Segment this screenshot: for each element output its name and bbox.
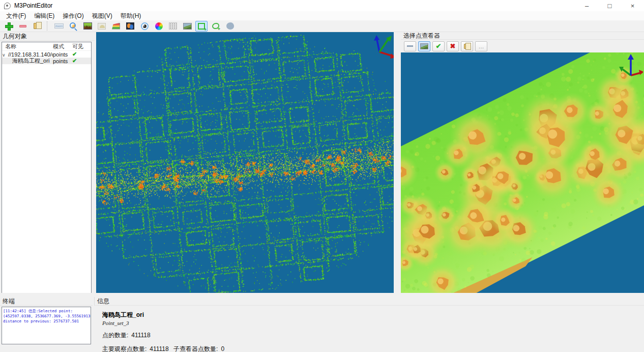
color-blobs-icon — [126, 22, 134, 30]
terrain-colormap-button[interactable] — [81, 21, 94, 32]
column-visible[interactable]: 可见 — [72, 43, 90, 50]
selection-3d-viewport[interactable] — [401, 52, 644, 293]
menu-bar: 文件(F) 编辑(E) 操作(O) 视图(V) 帮助(H) — [0, 11, 644, 20]
x-icon: ✖ — [450, 42, 456, 50]
column-name[interactable]: 名称 — [2, 43, 53, 50]
terrain-mountain-icon — [83, 22, 92, 30]
info-object-type: Point_set_3 — [102, 320, 644, 326]
apply-button[interactable]: ✔ — [432, 41, 445, 51]
selection-viewer-toolbar: ✔ ✖ … — [401, 40, 644, 52]
geometry-panel-header: 几何对象 — [0, 32, 95, 41]
maximize-button[interactable]: □ — [598, 0, 621, 11]
terrain-photo-icon — [183, 23, 192, 30]
subviewer-count-label: 子查看器点数量: — [173, 345, 218, 352]
title-bar: M3PointEditor – □ × — [0, 0, 644, 11]
dash-icon — [407, 45, 413, 47]
dataset-mode: points — [53, 51, 72, 58]
menu-operate[interactable]: 操作(O) — [58, 11, 87, 21]
terminal-panel-header: 终端 — [0, 297, 93, 306]
color-wheel-button[interactable] — [153, 21, 165, 32]
copy-selection-button[interactable] — [461, 41, 473, 51]
main-3d-viewport[interactable] — [96, 32, 394, 293]
menu-edit[interactable]: 编辑(E) — [30, 11, 58, 21]
viewport-splitter[interactable] — [394, 32, 401, 293]
lasso-select-button[interactable] — [210, 21, 222, 32]
check-icon: ✔ — [436, 42, 442, 50]
menu-file[interactable]: 文件(F) — [2, 11, 30, 21]
subviewer-count-value: 0 — [221, 345, 224, 352]
blob-fill-icon — [226, 22, 234, 30]
horizontal-splitter[interactable] — [0, 293, 644, 297]
ellipsis-icon: … — [479, 43, 484, 49]
remove-button[interactable] — [17, 21, 29, 32]
noise-grid-icon — [169, 22, 177, 30]
collapse-button[interactable] — [404, 41, 416, 51]
pie-view-button[interactable] — [138, 21, 151, 32]
terrain-photo-icon — [420, 43, 428, 49]
dome-icon — [98, 23, 106, 30]
zoom-text-icon: zoom — [54, 23, 64, 29]
more-options-button[interactable]: … — [475, 41, 487, 51]
point-count-value: 411118 — [131, 332, 150, 339]
blob-select-button[interactable] — [224, 21, 236, 32]
menu-view[interactable]: 视图(V) — [88, 11, 116, 21]
elevation-layers-button[interactable] — [110, 21, 122, 32]
terminal-line: distance to previous: 2576737.501 — [3, 319, 90, 324]
point-count-label: 点的数量: — [102, 332, 128, 339]
visible-check-icon[interactable]: ✔ — [72, 51, 90, 58]
close-button[interactable]: × — [621, 0, 644, 11]
minimize-button[interactable]: – — [575, 0, 598, 11]
lasso-select-icon — [212, 23, 219, 29]
observer-count-value: 411118 — [150, 345, 168, 352]
geometry-tree[interactable]: 名称 模式 可见 ∨//192.168.31.140/data003... po… — [2, 42, 92, 296]
toolbar-separator — [47, 21, 49, 31]
dome-shading-button[interactable] — [96, 21, 108, 32]
visible-check-icon[interactable]: ✔ — [72, 58, 90, 64]
info-panel-header: 信息 — [94, 297, 644, 306]
window-title: M3PointEditor — [14, 2, 52, 9]
terminal-line: (452597.0338, 2536677.369, -3.555619133) — [3, 314, 90, 319]
delete-button[interactable]: ✖ — [447, 41, 459, 51]
terminal-log[interactable]: [11:42:45] 信息:Selected point: (452597.03… — [2, 307, 91, 344]
selection-viewport-canvas[interactable] — [401, 52, 644, 293]
terrain-photo-button[interactable] — [181, 21, 193, 32]
add-button[interactable] — [3, 21, 15, 32]
tree-row-pointset[interactable]: 海鸥岛工程_ori points ✔ — [2, 58, 91, 64]
selection-viewer-header: 选择点查看器 — [401, 32, 644, 40]
green-plus-icon — [5, 22, 12, 30]
magnifier-button[interactable] — [67, 21, 79, 32]
menu-help[interactable]: 帮助(H) — [116, 11, 145, 21]
column-mode[interactable]: 模式 — [53, 43, 72, 50]
observer-count-label: 主要观察点数量: — [102, 345, 147, 352]
dataset-name: //192.168.31.140/data003... — [8, 51, 53, 58]
expander-icon[interactable]: ∨ — [2, 52, 8, 58]
folder-copy-icon — [34, 23, 41, 29]
main-toolbar: zoom — [0, 20, 644, 32]
folder-copy-icon — [464, 44, 471, 49]
pie-circle-icon — [141, 22, 149, 30]
layer-stack-icon — [112, 23, 120, 30]
view-mode-button[interactable] — [418, 41, 430, 51]
pointset-mode: points — [53, 58, 72, 64]
copy-button[interactable] — [31, 21, 43, 32]
pointset-name: 海鸥岛工程_ori — [12, 58, 49, 64]
app-logo-icon — [4, 3, 11, 9]
magnifier-orange-icon — [70, 22, 77, 30]
info-panel: 海鸥岛工程_ori Point_set_3 点的数量:411118 主要观察点数… — [94, 306, 644, 352]
terminal-line: [11:42:45] 信息:Selected point: — [3, 309, 90, 314]
point-blobs-button[interactable] — [124, 21, 136, 32]
main-viewport-canvas[interactable] — [96, 32, 394, 293]
rgb-wheel-icon — [155, 22, 163, 30]
rect-select-icon — [198, 23, 205, 30]
red-minus-icon — [19, 25, 26, 28]
rect-select-button[interactable] — [195, 21, 208, 32]
noise-grid-button[interactable] — [167, 21, 179, 32]
zoom-button[interactable]: zoom — [53, 21, 65, 32]
tree-column-headers: 名称 模式 可见 — [2, 42, 91, 51]
info-object-name: 海鸥岛工程_ori — [102, 311, 644, 319]
